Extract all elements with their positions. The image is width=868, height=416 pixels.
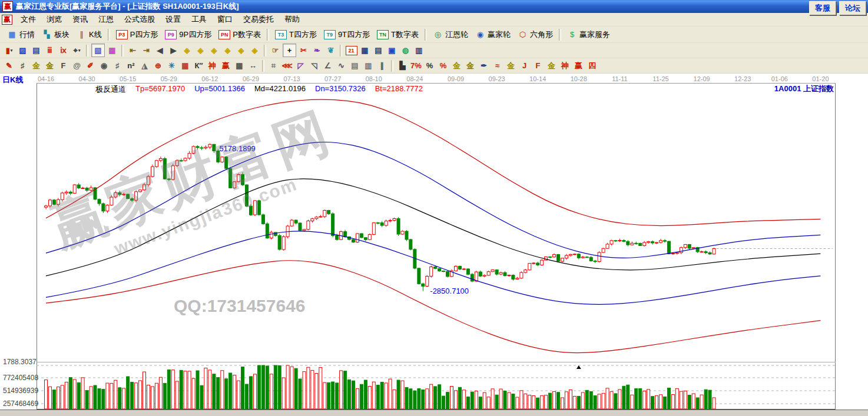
calendar-button[interactable]: 21 <box>345 44 357 56</box>
gann-knot-button[interactable]: ❧ <box>311 44 323 56</box>
notes-button[interactable]: ▤ <box>372 44 385 56</box>
grid-fine-tool-button[interactable]: ▤ <box>349 59 361 72</box>
winner-wheel-button[interactable]: ◉赢家轮 <box>472 28 514 41</box>
menu-item-5[interactable]: 设置 <box>160 12 186 26</box>
spiral-tool-button[interactable]: @ <box>71 59 83 72</box>
diamond-down-button[interactable]: ◈ <box>249 44 261 56</box>
ink-brush-tool-button[interactable]: ✒ <box>478 59 490 72</box>
grid-box-tool-button[interactable]: ▦ <box>179 59 191 72</box>
menu-item-3[interactable]: 江恩 <box>93 12 119 26</box>
star-web-tool-button[interactable]: ✳ <box>165 59 178 72</box>
gann-wheel-button[interactable]: ◎江恩轮 <box>429 28 472 41</box>
percent-tool-button[interactable]: % <box>423 59 436 72</box>
menu-item-0[interactable]: 文件 <box>15 12 41 26</box>
wave-tool-button[interactable]: ∿ <box>335 59 347 72</box>
shen-tool-button[interactable]: 神 <box>206 59 218 72</box>
kline-style-button[interactable]: ▮▾ <box>3 44 15 56</box>
t9-square-button[interactable]: T99T四方形 <box>320 28 373 41</box>
shen-angle-tool-button[interactable]: 神 <box>559 59 571 72</box>
j-angle-tool-button[interactable]: J <box>518 59 531 72</box>
calculator-button[interactable]: ▦ <box>359 44 371 56</box>
gold-angle-tool-button[interactable]: 金 <box>545 59 558 72</box>
span-tool-button[interactable]: ↔ <box>247 59 259 72</box>
hand-tool-button[interactable]: ☞ <box>269 44 281 56</box>
save-button[interactable]: ▣ <box>386 44 398 56</box>
stats-ladder-tool-button[interactable]: ▙ <box>396 59 409 72</box>
kline-button[interactable]: ∥K线 <box>73 28 105 41</box>
diamond-up-button[interactable]: ◈ <box>235 44 247 56</box>
first-bar-button[interactable]: ⇤ <box>127 44 139 56</box>
pattern-mode-button[interactable]: ▧ <box>91 44 105 57</box>
customer-service-button[interactable]: 客服 <box>809 1 836 15</box>
volume-chart[interactable] <box>37 364 836 410</box>
f-angle-tool-button[interactable]: F <box>532 59 544 72</box>
gold-line-tool-button[interactable]: 金 <box>464 59 476 72</box>
diamond-shrink-button[interactable]: ◈ <box>221 44 234 56</box>
web-sync-button[interactable]: ◍ <box>399 44 412 56</box>
wave-box-tool-button[interactable]: ≈ <box>491 59 503 72</box>
last-bar-button[interactable]: ⇥ <box>140 44 153 56</box>
sectors-button[interactable]: ▚板块 <box>38 28 73 41</box>
percent-line-tool-button[interactable]: % <box>437 59 449 72</box>
n-square-tool-button[interactable]: n² <box>125 59 137 72</box>
next-bar-button[interactable]: ▶ <box>167 44 180 56</box>
box-select-tool-button[interactable]: ⌗ <box>267 59 280 72</box>
menu-item-1[interactable]: 浏览 <box>41 12 67 26</box>
p-square-button[interactable]: P3P四方形 <box>112 28 162 41</box>
fan-lines-tool-button[interactable]: ⋘ <box>281 59 293 72</box>
gold-ratio-tool-button[interactable]: 金 <box>505 59 517 72</box>
gold-line-tool-icon: 金 <box>466 62 474 69</box>
parallel-tool-button[interactable]: ∥ <box>376 59 388 72</box>
angle-lines-tool-button[interactable]: ∠ <box>322 59 334 72</box>
compass-tool-button[interactable]: ⊕ <box>152 59 164 72</box>
wave-knot-button[interactable]: ❦ <box>324 44 337 56</box>
three-pane-button[interactable]: ⅲ <box>44 44 56 56</box>
ying-angle-tool-button[interactable]: 赢 <box>572 59 585 72</box>
f-line-tool-button[interactable]: F <box>57 59 69 72</box>
ying-tool-button[interactable]: 赢 <box>220 59 232 72</box>
p9-square-button[interactable]: P99P四方形 <box>161 28 215 41</box>
forum-button[interactable]: 论坛 <box>839 1 866 15</box>
info-panel-button[interactable]: ▤ <box>30 44 42 56</box>
winner-service-button[interactable]: $赢家服务 <box>564 28 614 41</box>
gold-channel-tool-button[interactable]: 金 <box>44 59 56 72</box>
pin-dropdown-button[interactable]: ⌖▾ <box>71 44 83 56</box>
shade-box-tool-button[interactable]: ◹ <box>308 59 320 72</box>
diamond-left-button[interactable]: ◈ <box>181 44 193 56</box>
print-button[interactable]: ▥ <box>413 44 425 56</box>
diamond-right-button[interactable]: ◈ <box>194 44 207 56</box>
nine-pane-button[interactable]: ⅸ <box>57 44 69 56</box>
seven-percent-tool-button[interactable]: 7% <box>410 59 422 72</box>
menu-item-4[interactable]: 公式选股 <box>119 12 160 26</box>
t-table-button[interactable]: TNT数字表 <box>373 28 422 41</box>
grid-ruler-tool-button[interactable]: ▦ <box>233 59 246 72</box>
gann-grid-tool-button[interactable]: ♯ <box>16 59 29 72</box>
t-square-button[interactable]: T3T四方形 <box>271 28 320 41</box>
price-chart[interactable]: 5178.1899-2850.7100 <box>37 83 836 361</box>
delete-tool-button[interactable]: ✂ <box>297 44 310 56</box>
menu-item-7[interactable]: 窗口 <box>212 12 238 26</box>
crosshair-tool-button[interactable]: + <box>283 44 296 57</box>
compress-display-button[interactable]: ▨ <box>16 44 29 56</box>
menu-item-6[interactable]: 工具 <box>186 12 212 26</box>
diamond-expand-button[interactable]: ◈ <box>208 44 220 56</box>
brush-tool-button[interactable]: ✎ <box>3 59 15 72</box>
ruler-tool-button[interactable]: ♯ <box>111 59 124 72</box>
quote-tool-button[interactable]: К″ <box>193 59 205 72</box>
gold-circle-tool-button[interactable]: 金 <box>450 59 463 72</box>
gold-section-tool-button[interactable]: 金 <box>30 59 42 72</box>
gauge-circle-tool-button[interactable]: ◉ <box>98 59 110 72</box>
color-bars-button[interactable]: ▦ <box>106 44 118 56</box>
menu-item-8[interactable]: 交易委托 <box>238 12 279 26</box>
menu-item-2[interactable]: 资讯 <box>67 12 93 26</box>
menu-item-9[interactable]: 帮助 <box>279 12 305 26</box>
fan-box-tool-button[interactable]: ◸ <box>294 59 307 72</box>
prev-bar-button[interactable]: ◀ <box>154 44 166 56</box>
red-brush-tool-button[interactable]: ✐ <box>84 59 97 72</box>
grid-dense-tool-button[interactable]: ▥ <box>362 59 375 72</box>
quotes-button[interactable]: ▦行情 <box>4 28 38 41</box>
angle-tool-button[interactable]: ◮ <box>138 59 151 72</box>
four-angle-tool-button[interactable]: 四 <box>586 59 598 72</box>
p-table-button[interactable]: PNP数字表 <box>215 28 264 41</box>
hexagon-button[interactable]: ⬡六角形 <box>514 28 556 41</box>
